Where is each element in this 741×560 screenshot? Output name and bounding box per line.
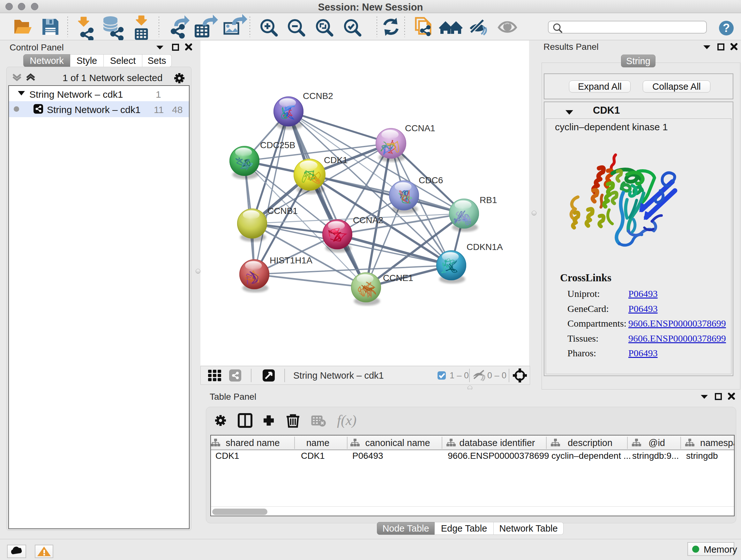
svg-text:database identifier: database identifier <box>460 438 535 448</box>
svg-text:CCNA1: CCNA1 <box>405 123 435 133</box>
svg-text:1 – 0: 1 – 0 <box>450 371 469 380</box>
svg-text:CDC25B: CDC25B <box>260 140 295 150</box>
svg-text:?: ? <box>723 21 730 35</box>
svg-text:CDK1: CDK1 <box>324 155 348 165</box>
svg-text:f(x): f(x) <box>337 413 356 428</box>
svg-text:description: description <box>568 438 612 448</box>
svg-text:CCNB2: CCNB2 <box>303 91 333 101</box>
svg-text:CCNA2: CCNA2 <box>353 215 383 225</box>
svg-text:canonical name: canonical name <box>365 438 430 448</box>
svg-text:0 – 0: 0 – 0 <box>487 371 507 380</box>
svg-text:RB1: RB1 <box>480 195 497 205</box>
svg-text:CDKN1A: CDKN1A <box>467 242 503 252</box>
svg-text:name: name <box>307 438 330 448</box>
svg-text:HIST1H1A: HIST1H1A <box>270 255 313 265</box>
svg-text:CCNE1: CCNE1 <box>383 273 413 283</box>
svg-text:CCNB1: CCNB1 <box>267 206 298 216</box>
svg-text:shared name: shared name <box>226 438 280 448</box>
svg-text:String Network – cdk1: String Network – cdk1 <box>293 370 384 381</box>
svg-text:CDC6: CDC6 <box>419 175 443 185</box>
svg-text:@id: @id <box>649 438 665 448</box>
svg-text:namespace: namespace <box>700 438 734 448</box>
